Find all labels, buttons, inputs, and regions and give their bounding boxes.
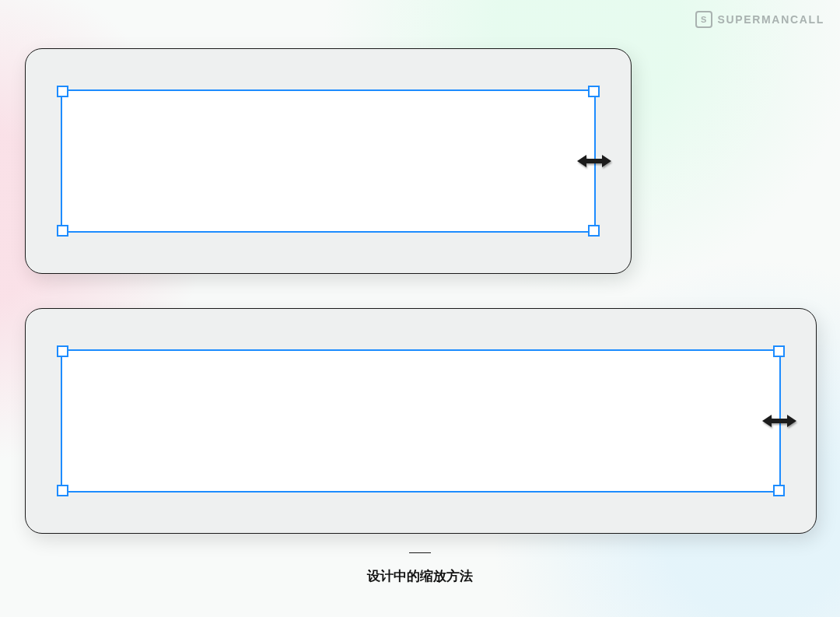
- horizontal-resize-cursor-icon: [577, 154, 611, 168]
- resize-handle-bottom-right[interactable]: [773, 485, 785, 496]
- resize-handle-top-right[interactable]: [773, 345, 785, 357]
- selection-frame[interactable]: [61, 89, 596, 233]
- container-panel-narrow: [25, 48, 632, 274]
- resize-handle-top-left[interactable]: [57, 345, 68, 357]
- resize-handle-bottom-left[interactable]: [57, 225, 68, 237]
- caption-text: 设计中的缩放方法: [367, 569, 473, 584]
- svg-marker-0: [577, 155, 611, 167]
- svg-marker-1: [762, 415, 796, 427]
- resize-handle-top-right[interactable]: [588, 86, 600, 97]
- watermark: S SUPERMANCALL: [695, 11, 824, 28]
- selection-frame[interactable]: [61, 349, 781, 493]
- resize-handle-top-left[interactable]: [57, 86, 68, 97]
- caption-divider-icon: [409, 552, 431, 553]
- watermark-logo-icon: S: [695, 11, 712, 28]
- resize-handle-bottom-right[interactable]: [588, 225, 600, 237]
- watermark-text: SUPERMANCALL: [717, 13, 824, 26]
- container-panel-wide: [25, 308, 817, 534]
- horizontal-resize-cursor-icon: [762, 414, 796, 428]
- figure-caption: 设计中的缩放方法: [0, 552, 840, 585]
- resize-handle-bottom-left[interactable]: [57, 485, 68, 496]
